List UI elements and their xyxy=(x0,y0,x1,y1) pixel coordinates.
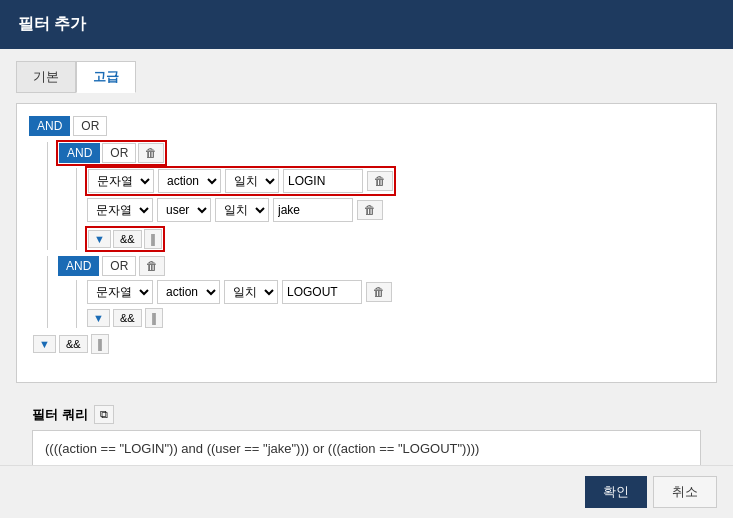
title-bar: 필터 추가 xyxy=(0,0,733,49)
group1-row1-type[interactable]: 문자열 xyxy=(88,169,154,193)
group2-delete-button[interactable]: 🗑 xyxy=(139,256,165,276)
top-or-button[interactable]: OR xyxy=(73,116,107,136)
group1-row1-op[interactable]: 일치 xyxy=(225,169,279,193)
group2-and-sub-button[interactable]: && xyxy=(113,309,142,327)
group1-row2-value[interactable] xyxy=(273,198,353,222)
group2-pipe-button[interactable]: ‖ xyxy=(145,308,163,328)
tabs: 기본 고급 xyxy=(16,61,717,93)
group2: AND OR 🗑 문자열 action 일치 xyxy=(47,256,704,328)
group2-row1-delete[interactable]: 🗑 xyxy=(366,282,392,302)
group1-row1: 문자열 action 일치 🗑 xyxy=(88,169,393,193)
group1-or-button[interactable]: OR xyxy=(102,143,136,163)
group2-add-row: ▼ && ‖ xyxy=(87,308,704,328)
query-box: ((((action == "LOGIN")) and ((user == "j… xyxy=(32,430,701,467)
group1-row2-type[interactable]: 문자열 xyxy=(87,198,153,222)
group2-inner: 문자열 action 일치 🗑 ▼ && ‖ xyxy=(76,280,704,328)
group1-row2-field[interactable]: user xyxy=(157,198,211,222)
bottom-add-row: ▼ && ‖ xyxy=(33,334,704,354)
group2-row1: 문자열 action 일치 🗑 xyxy=(87,280,704,304)
group2-row1-field[interactable]: action xyxy=(157,280,220,304)
bottom-and-sub-button[interactable]: && xyxy=(59,335,88,353)
group1: AND OR 🗑 문자열 action 일 xyxy=(47,142,704,250)
group1-inner: 문자열 action 일치 🗑 문자열 xyxy=(76,168,704,250)
bottom-add-filter-button[interactable]: ▼ xyxy=(33,335,56,353)
group1-row2-delete[interactable]: 🗑 xyxy=(357,200,383,220)
group1-pipe-button[interactable]: ‖ xyxy=(144,229,162,249)
group2-add-filter-button[interactable]: ▼ xyxy=(87,309,110,327)
query-label-text: 필터 쿼리 xyxy=(32,406,88,424)
group2-and-button[interactable]: AND xyxy=(58,256,99,276)
query-text: ((((action == "LOGIN")) and ((user == "j… xyxy=(45,441,479,456)
group1-add-filter-button[interactable]: ▼ xyxy=(88,230,111,248)
tab-advanced[interactable]: 고급 xyxy=(76,61,136,93)
group1-row2-op[interactable]: 일치 xyxy=(215,198,269,222)
page-title: 필터 추가 xyxy=(18,15,86,32)
bottom-bar: 확인 취소 xyxy=(0,465,733,518)
group2-row1-op[interactable]: 일치 xyxy=(224,280,278,304)
top-logic-row: AND OR xyxy=(29,116,704,136)
group1-row1-field[interactable]: action xyxy=(158,169,221,193)
group1-row2: 문자열 user 일치 🗑 xyxy=(87,198,704,222)
copy-button[interactable]: ⧉ xyxy=(94,405,114,424)
confirm-button[interactable]: 확인 xyxy=(585,476,647,508)
group1-and-sub-button[interactable]: && xyxy=(113,230,142,248)
group2-logic-row: AND OR 🗑 xyxy=(58,256,704,276)
group1-row1-delete[interactable]: 🗑 xyxy=(367,171,393,191)
group1-delete-button[interactable]: 🗑 xyxy=(138,143,164,163)
top-and-button[interactable]: AND xyxy=(29,116,70,136)
content-area: 기본 고급 AND OR AND OR 🗑 xyxy=(0,49,733,489)
group2-or-button[interactable]: OR xyxy=(102,256,136,276)
bottom-pipe-button[interactable]: ‖ xyxy=(91,334,109,354)
group2-row1-type[interactable]: 문자열 xyxy=(87,280,153,304)
group1-row1-value[interactable] xyxy=(283,169,363,193)
group1-and-button[interactable]: AND xyxy=(59,143,100,163)
group1-logic-row: AND OR 🗑 xyxy=(58,142,704,164)
group2-row1-value[interactable] xyxy=(282,280,362,304)
tab-basic[interactable]: 기본 xyxy=(16,61,76,93)
filter-box: AND OR AND OR 🗑 문자열 xyxy=(16,103,717,383)
cancel-button[interactable]: 취소 xyxy=(653,476,717,508)
query-label-row: 필터 쿼리 ⧉ xyxy=(32,405,701,424)
